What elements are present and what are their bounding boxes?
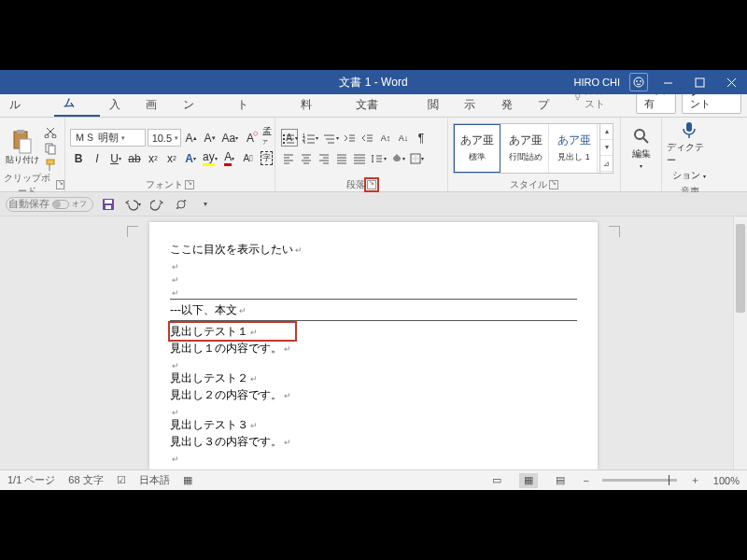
line-spacing-button[interactable]: ▾ <box>369 149 388 167</box>
sort-button[interactable]: A↓ <box>395 129 412 147</box>
paste-button[interactable]: 貼り付け <box>5 130 40 166</box>
doc-line[interactable]: 見出し３の内容です。 <box>170 433 577 450</box>
paragraph-launcher[interactable] <box>367 180 376 189</box>
doc-blank[interactable] <box>170 403 577 416</box>
qat-sync-button[interactable] <box>172 195 190 214</box>
close-button[interactable] <box>715 70 747 94</box>
minimize-button[interactable] <box>652 70 684 94</box>
doc-blank[interactable] <box>170 284 577 297</box>
italic-button[interactable]: I <box>89 149 106 167</box>
status-language[interactable]: 日本語 <box>139 473 170 487</box>
enclose-char-button[interactable]: 字 <box>259 149 275 167</box>
status-page[interactable]: 1/1 ページ <box>7 473 55 487</box>
group-para-label: 段落 <box>346 178 365 191</box>
editing-label: 編集 <box>632 147 651 161</box>
doc-line[interactable]: 見出し１の内容です。 <box>170 340 577 357</box>
superscript-button[interactable]: x2 <box>163 149 180 167</box>
align-right-button[interactable] <box>316 149 332 167</box>
distributed-button[interactable] <box>351 149 368 167</box>
view-read-button[interactable]: ▭ <box>487 473 506 488</box>
format-painter-button[interactable] <box>42 158 59 173</box>
cut-button[interactable] <box>42 124 59 139</box>
svg-point-15 <box>283 142 285 144</box>
account-name[interactable]: HIRO CHI <box>565 77 630 88</box>
justify-button[interactable] <box>333 149 350 167</box>
shading-button[interactable]: ▾ <box>389 149 407 167</box>
font-name-combo[interactable]: ＭＳ 明朝▾ <box>70 129 146 147</box>
status-macro-icon[interactable]: ▦ <box>183 474 192 486</box>
copy-button[interactable] <box>42 141 59 156</box>
doc-line[interactable]: 見出しテスト２ <box>170 370 577 386</box>
feedback-icon[interactable] <box>629 73 648 91</box>
save-button[interactable] <box>99 195 118 214</box>
bullets-button[interactable]: ▾ <box>280 129 300 147</box>
borders-button[interactable]: ▾ <box>408 149 426 167</box>
document-area[interactable]: ここに目次を表示したい ---以下、本文 見出しテスト１ 見出し１の内容です。 … <box>0 217 747 469</box>
scroll-thumb[interactable] <box>736 224 745 313</box>
font-color-button[interactable]: A▾ <box>221 149 238 167</box>
text-direction-button[interactable]: A↕ <box>377 129 394 147</box>
svg-rect-3 <box>696 78 704 87</box>
indent-dec-button[interactable] <box>342 129 359 147</box>
align-left-button[interactable] <box>280 149 297 167</box>
doc-line[interactable]: ここに目次を表示したい <box>170 241 577 258</box>
zoom-in-button[interactable]: ＋ <box>690 473 700 487</box>
numbering-button[interactable]: 123▾ <box>301 129 320 147</box>
doc-line[interactable]: 見出し２の内容です。 <box>170 386 577 403</box>
doc-blank[interactable] <box>170 357 577 370</box>
maximize-button[interactable] <box>684 70 715 94</box>
style-normal[interactable]: あア亜標準 <box>454 124 500 173</box>
redo-button[interactable] <box>148 195 166 214</box>
vertical-scrollbar[interactable] <box>733 217 747 469</box>
status-words[interactable]: 68 文字 <box>68 473 103 487</box>
svg-rect-24 <box>106 205 111 209</box>
doc-blank[interactable] <box>170 271 577 284</box>
autosave-toggle[interactable]: 自動保存 オフ <box>6 197 93 212</box>
change-case-button[interactable]: Aa▾ <box>220 129 240 147</box>
styles-more[interactable]: ▴▾⊿ <box>599 124 613 173</box>
styles-gallery[interactable]: あア亜標準 あア亜行間詰め あア亜見出し 1 ▴▾⊿ <box>453 123 613 174</box>
view-web-button[interactable]: ▤ <box>551 473 570 488</box>
highlight-button[interactable]: ay▾ <box>201 149 219 167</box>
doc-line[interactable]: ---以下、本文 <box>170 301 577 318</box>
indent-inc-button[interactable] <box>359 129 376 147</box>
shrink-font-button[interactable]: A▾ <box>202 129 218 147</box>
doc-blank[interactable] <box>170 258 577 271</box>
qat-more-button[interactable]: ▾ <box>196 195 215 214</box>
status-spellcheck-icon[interactable]: ☑ <box>117 474 126 486</box>
char-shading-button[interactable]: A⃝ <box>240 149 257 167</box>
group-font: ＭＳ 明朝▾ 10.5▾ A▴ A▾ Aa▾ A◇ 孟ア A B I U▾ ab… <box>65 118 275 191</box>
clipboard-launcher[interactable] <box>56 180 64 189</box>
zoom-out-button[interactable]: − <box>583 475 588 486</box>
text-effects-button[interactable]: A▾ <box>182 149 199 167</box>
style-no-spacing[interactable]: あア亜行間詰め <box>502 124 549 173</box>
group-font-label: フォント <box>146 178 183 191</box>
group-voice: ディクテー ション ▾ 音声 <box>662 118 718 191</box>
svg-point-14 <box>283 138 285 140</box>
clear-format-button[interactable]: A◇ <box>242 129 259 147</box>
bold-button[interactable]: B <box>70 149 87 167</box>
svg-rect-12 <box>47 160 54 164</box>
undo-button[interactable]: ▾ <box>123 195 142 214</box>
zoom-level[interactable]: 100% <box>713 475 740 486</box>
grow-font-button[interactable]: A▴ <box>183 129 200 147</box>
page[interactable]: ここに目次を表示したい ---以下、本文 見出しテスト１ 見出し１の内容です。 … <box>149 222 598 469</box>
dictation-label: ディクテー <box>667 141 712 167</box>
style-heading1[interactable]: あア亜見出し 1 <box>551 124 598 173</box>
view-print-button[interactable]: ▦ <box>519 473 538 488</box>
font-launcher[interactable] <box>185 180 194 189</box>
doc-heading-selected[interactable]: 見出しテスト１ <box>170 323 577 340</box>
subscript-button[interactable]: x2 <box>145 149 162 167</box>
dictation-button[interactable]: ディクテー ション ▾ <box>667 120 712 182</box>
zoom-slider[interactable] <box>602 479 677 482</box>
underline-button[interactable]: U▾ <box>107 149 124 167</box>
doc-blank[interactable] <box>170 450 577 463</box>
show-marks-button[interactable]: ¶ <box>413 129 430 147</box>
multilevel-button[interactable]: ▾ <box>321 129 341 147</box>
strike-button[interactable]: ab <box>126 149 143 167</box>
doc-line[interactable]: 見出しテスト３ <box>170 416 577 433</box>
align-center-button[interactable] <box>298 149 315 167</box>
styles-launcher[interactable] <box>549 180 558 189</box>
editing-menu[interactable]: 編集 ▾ <box>626 127 656 169</box>
font-size-combo[interactable]: 10.5▾ <box>148 129 181 147</box>
